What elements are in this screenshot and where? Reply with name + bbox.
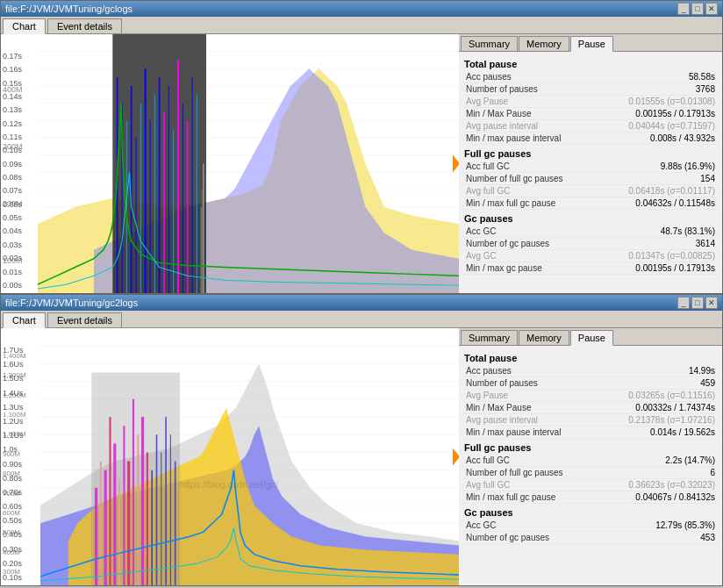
window2-minmax-pause-label: Min / Max Pause — [466, 403, 531, 412]
window1-panel-tab-memory[interactable]: Memory — [519, 36, 569, 51]
window2-tabbar: Chart Event details — [1, 311, 722, 328]
window1-total-pause-title: Total pause — [462, 55, 719, 71]
window1-minmax-fullgc-label: Min / max full gc pause — [466, 198, 555, 208]
window1-num-gc-value: 3614 — [696, 239, 715, 248]
window1-avg-pause-row: Avg Pause 0.01555s (σ=0.01308) — [462, 96, 719, 108]
window1-minmax-pause-row: Min / Max Pause 0.00195s / 0.17913s — [462, 108, 719, 120]
window1-avg-pause-label: Avg Pause — [466, 97, 508, 106]
window1-avg-interval-value: 0.04044s (σ=0.71597) — [628, 121, 715, 131]
window1-acc-gc-label: Acc GC — [466, 226, 496, 236]
window1-minmax-fullgc-row: Min / max full gc pause 0.04632s / 0.115… — [462, 197, 719, 210]
window1-maximize-btn[interactable]: □ — [691, 3, 704, 15]
window2-yaxis: 1.7Us 1.6Us 1.5Us 1.4Us 1.3Us 1.2Us 1.1U… — [1, 328, 40, 585]
window1-avg-gc-row: Avg GC 0.01347s (σ=0.00825) — [462, 250, 719, 262]
window1-acc-pauses-value: 58.58s — [689, 72, 715, 82]
window2-fullgc-title: Full gc pauses — [462, 439, 719, 455]
window1-close-btn[interactable]: ✕ — [705, 3, 718, 15]
window1: file:F:/JVM/JVMTuning/gclogs _ □ ✕ Chart… — [0, 0, 723, 294]
window1-minmax-interval-row: Min / max pause interval 0.008s / 43.932… — [462, 133, 719, 145]
window2-minmax-pause-value: 0.00332s / 1.74374s — [635, 403, 715, 412]
window1-panel-tab-summary[interactable]: Summary — [461, 36, 518, 51]
window2-num-fullgc-row: Number of full gc pauses 6 — [462, 467, 719, 479]
window1-minimize-btn[interactable]: _ — [677, 3, 690, 15]
window1-tab-events[interactable]: Event details — [47, 18, 122, 33]
window1-avg-fullgc-label: Avg full GC — [466, 186, 510, 196]
svg-text:https://blog.csdn.net/gc/: https://blog.csdn.net/gc/ — [180, 480, 278, 490]
window2-minmax-fullgc-label: Min / max full gc pause — [466, 492, 555, 502]
window2-acc-fullgc-row: Acc full GC 2.2s (14.7%) — [462, 455, 719, 467]
window2-num-gc-row: Number of gc pauses 453 — [462, 532, 719, 544]
window2-avg-pause-row: Avg Pause 0.03265s (σ=0.11516) — [462, 390, 719, 402]
window2-avg-pause-label: Avg Pause — [466, 391, 508, 400]
window1-avg-gc-value: 0.01347s (σ=0.00825) — [628, 251, 715, 261]
window2-title: file:F:/JVM/JVMTuning/gc2logs — [5, 298, 138, 308]
window2-panel-tabbar: Summary Memory Pause — [459, 328, 722, 346]
window2-num-pauses-label: Number of pauses — [466, 378, 538, 388]
window2-stats-panel: Summary Memory Pause Total pause Acc pau… — [459, 328, 722, 585]
window1-minmax-pause-value: 0.00195s / 0.17913s — [635, 109, 715, 118]
window2-minimize-btn[interactable]: _ — [677, 297, 690, 309]
window1-acc-gc-value: 48.7s (83.1%) — [661, 226, 715, 236]
window2-num-fullgc-value: 6 — [710, 468, 715, 477]
window2-minmax-fullgc-row: Min / max full gc pause 0.04067s / 0.841… — [462, 491, 719, 504]
window2-acc-gc-label: Acc GC — [466, 520, 496, 530]
window2-num-pauses-row: Number of pauses 459 — [462, 377, 719, 390]
window1-fullgc-title: Full gc pauses — [462, 145, 719, 161]
window1-chart-svg — [38, 34, 459, 293]
window2-acc-fullgc-value: 2.2s (14.7%) — [665, 455, 715, 465]
window1-num-fullgc-value: 154 — [700, 174, 715, 183]
window2-acc-gc-row: Acc GC 12.79s (85.3%) — [462, 520, 719, 532]
window2-avg-pause-value: 0.03265s (σ=0.11516) — [628, 391, 715, 400]
window2-close-btn[interactable]: ✕ — [705, 297, 718, 309]
window1-num-fullgc-label: Number of full gc pauses — [466, 174, 563, 183]
window1-avg-gc-label: Avg GC — [466, 251, 497, 261]
window1-avg-interval-row: Avg pause interval 0.04044s (σ=0.71597) — [462, 120, 719, 133]
window2-controls: _ □ ✕ — [677, 297, 718, 309]
window1-minmax-interval-value: 0.008s / 43.932s — [650, 133, 715, 143]
window2-avg-interval-label: Avg pause interval — [466, 415, 538, 425]
window1-minmax-fullgc-value: 0.04632s / 0.11548s — [635, 198, 715, 208]
window2-num-gc-value: 453 — [700, 533, 715, 542]
window2-num-gc-label: Number of gc pauses — [466, 533, 549, 542]
window2-acc-fullgc-label: Acc full GC — [466, 455, 510, 465]
window2-tab-chart[interactable]: Chart — [3, 312, 46, 328]
window1-minmax-gc-row: Min / max gc pause 0.00195s / 0.17913s — [462, 262, 719, 275]
window2-avg-fullgc-value: 0.36623s (σ=0.32023) — [628, 480, 715, 490]
window1-tab-chart[interactable]: Chart — [3, 18, 46, 34]
window2-maximize-btn[interactable]: □ — [691, 297, 704, 309]
window1-content: 20-8-10 23:40:00 0.17s 0.16s 0.15s 0.14s… — [1, 34, 722, 293]
window1-avg-interval-label: Avg pause interval — [466, 121, 538, 131]
window1-minmax-pause-label: Min / Max Pause — [466, 109, 531, 118]
window2-minmax-interval-row: Min / max pause interval 0.014s / 19.562… — [462, 427, 719, 439]
window2-titlebar: file:F:/JVM/JVMTuning/gc2logs _ □ ✕ — [1, 295, 722, 311]
window1-acc-fullgc-label: Acc full GC — [466, 161, 510, 171]
window2-avg-interval-value: 0.21378s (σ=1.07216) — [628, 415, 715, 425]
window2-panel-tab-pause[interactable]: Pause — [570, 330, 613, 346]
window2-avg-fullgc-label: Avg full GC — [466, 480, 510, 490]
window1-title: file:F:/JVM/JVMTuning/gclogs — [5, 4, 132, 14]
window2-panel-tab-summary[interactable]: Summary — [461, 330, 518, 345]
window1-stats-content: Total pause Acc pauses 58.58s Number of … — [459, 52, 722, 278]
window2-total-pause-title: Total pause — [462, 349, 719, 365]
window1-minmax-gc-value: 0.00195s / 0.17913s — [635, 263, 715, 273]
window1-num-gc-label: Number of gc pauses — [466, 239, 549, 248]
window2: file:F:/JVM/JVMTuning/gc2logs _ □ ✕ Char… — [0, 294, 723, 586]
window1-avg-fullgc-value: 0.06418s (σ=0.01117) — [628, 186, 715, 196]
window2-panel-tab-memory[interactable]: Memory — [519, 330, 569, 345]
window1-acc-pauses-label: Acc pauses — [466, 72, 512, 82]
window1-tabbar: Chart Event details — [1, 17, 722, 34]
window2-minmax-interval-value: 0.014s / 19.562s — [650, 427, 715, 437]
window1-avg-fullgc-row: Avg full GC 0.06418s (σ=0.01117) — [462, 185, 719, 197]
window2-tab-events[interactable]: Event details — [47, 312, 122, 327]
window1-num-pauses-row: Number of pauses 3768 — [462, 83, 719, 96]
window1-num-gc-row: Number of gc pauses 3614 — [462, 238, 719, 250]
window2-content: 20-8-10 23:40:00 1.7Us 1.6Us 1.5Us 1.4Us… — [1, 328, 722, 585]
window1-controls: _ □ ✕ — [677, 3, 718, 15]
window2-acc-pauses-label: Acc pauses — [466, 366, 512, 376]
window1-num-pauses-value: 3768 — [696, 84, 715, 94]
window2-avg-fullgc-row: Avg full GC 0.36623s (σ=0.32023) — [462, 479, 719, 491]
window1-chart-area: 20-8-10 23:40:00 0.17s 0.16s 0.15s 0.14s… — [1, 34, 459, 293]
window1-acc-gc-row: Acc GC 48.7s (83.1%) — [462, 226, 719, 238]
window1-panel-tabbar: Summary Memory Pause — [459, 34, 722, 52]
window1-panel-tab-pause[interactable]: Pause — [570, 36, 613, 52]
